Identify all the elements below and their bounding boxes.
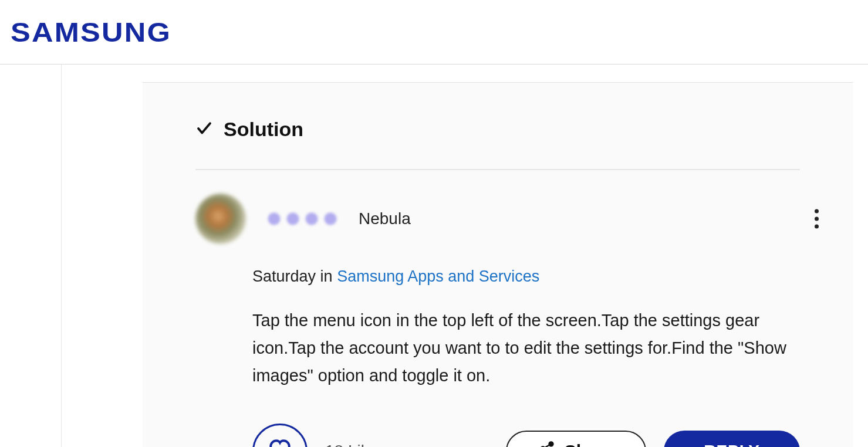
username-link[interactable] [255,209,349,229]
svg-point-0 [549,442,553,446]
samsung-logo[interactable]: SAMSUNG [11,16,171,48]
more-options-button[interactable] [810,205,823,233]
category-link[interactable]: Samsung Apps and Services [337,267,539,285]
avatar[interactable] [195,194,246,244]
share-label: Share [565,441,613,447]
left-gutter [0,65,62,447]
check-icon [195,120,213,140]
content-area: Solution Nebula Saturday in Samsung Apps… [62,65,868,447]
page-body: Solution Nebula Saturday in Samsung Apps… [0,65,868,447]
solution-label: Solution [224,118,303,141]
post-card: Solution Nebula Saturday in Samsung Apps… [143,82,853,447]
posted-time: Saturday [252,267,316,285]
like-button[interactable] [252,424,308,447]
reply-button[interactable]: REPLY [664,431,800,447]
post-meta: Saturday in Samsung Apps and Services [252,267,800,286]
site-header: SAMSUNG [0,0,868,65]
actions-row: 18 Likes Share REPLY [252,424,800,447]
likes-count[interactable]: 18 Likes [325,442,386,447]
in-word: in [320,267,333,285]
solution-header: Solution [195,118,800,170]
more-vertical-icon [815,209,819,229]
heart-icon [268,438,292,447]
share-button[interactable]: Share [506,431,646,447]
user-rank: Nebula [359,209,411,228]
author-row: Nebula [195,194,800,244]
share-icon [539,441,555,447]
post-body: Tap the menu icon in the top left of the… [252,307,788,390]
